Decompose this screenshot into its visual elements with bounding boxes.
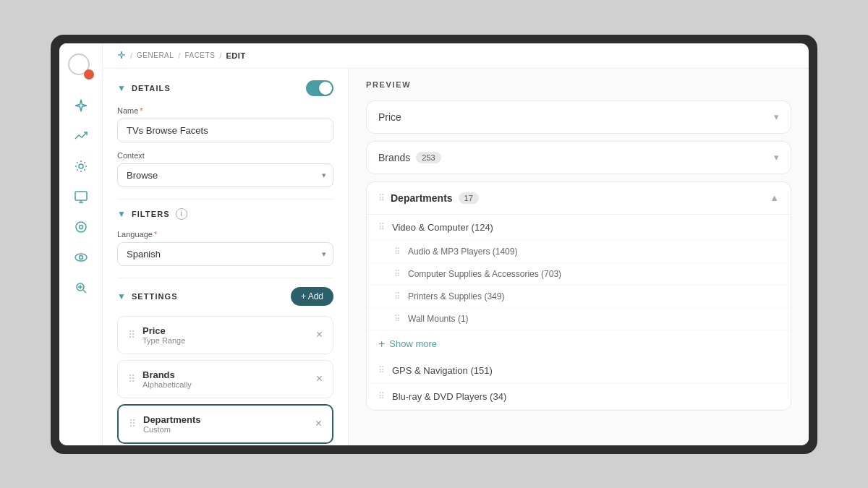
preview-brands-chevron-icon: ▾ bbox=[774, 152, 779, 163]
facet-info-departments: Departments Custom bbox=[143, 414, 308, 434]
drag-handle-depts-icon: ⠿ bbox=[129, 418, 136, 429]
compass-icon[interactable] bbox=[68, 214, 94, 240]
chart-icon[interactable] bbox=[68, 123, 94, 149]
dept-item-2: ⠿ Computer Supplies & Accessories (703) bbox=[367, 263, 791, 286]
breadcrumb-sep-3: / bbox=[219, 51, 221, 60]
settings-section: ▼ SETTINGS + Add ⠿ Price Type Range × bbox=[117, 287, 333, 444]
facet-type-departments: Custom bbox=[143, 425, 308, 434]
filters-section: ▼ FILTERS i Language * Spanish bbox=[117, 208, 333, 266]
show-more-plus-icon: + bbox=[378, 338, 385, 351]
dept-item-5: ⠿ GPS & Navigation (151) bbox=[367, 358, 791, 384]
svg-point-6 bbox=[75, 254, 87, 261]
filters-chevron-icon[interactable]: ▼ bbox=[117, 209, 126, 219]
breadcrumb-general[interactable]: GENERAL bbox=[137, 51, 174, 59]
dept-item-6: ⠿ Blu-ray & DVD Players (34) bbox=[367, 384, 791, 410]
svg-point-7 bbox=[79, 255, 82, 259]
details-section: ▼ DETAILS Name * bbox=[117, 80, 333, 187]
drag-handle-brands-icon: ⠿ bbox=[128, 373, 135, 385]
add-button[interactable]: + Add bbox=[291, 287, 333, 306]
settings-chevron-icon[interactable]: ▼ bbox=[117, 291, 126, 301]
eye-icon[interactable] bbox=[68, 244, 94, 270]
divider-1 bbox=[117, 199, 333, 200]
preview-facet-price[interactable]: Price ▾ bbox=[366, 100, 791, 134]
sidebar bbox=[59, 43, 103, 445]
dept-item-drag-5: ⠿ bbox=[378, 365, 385, 375]
show-more-label: Show more bbox=[389, 338, 437, 349]
dept-item-label-1: Audio & MP3 Players (1409) bbox=[408, 247, 517, 257]
search-doc-icon[interactable] bbox=[68, 275, 94, 301]
dept-item-drag-6: ⠿ bbox=[378, 391, 385, 401]
dept-item-drag-1: ⠿ bbox=[394, 247, 401, 257]
facet-type-price: Type Range bbox=[142, 336, 309, 345]
facet-card-price[interactable]: ⠿ Price Type Range × bbox=[117, 316, 333, 354]
dept-item-label-3: Printers & Supplies (349) bbox=[408, 291, 504, 301]
display-icon[interactable] bbox=[68, 184, 94, 210]
departments-count: 17 bbox=[459, 192, 479, 204]
dept-item-3: ⠿ Printers & Supplies (349) bbox=[367, 286, 791, 308]
departments-panel: ⠿ Departments 17 ▲ ⠿ Video & Computer (1… bbox=[366, 181, 791, 411]
filters-info-icon[interactable]: i bbox=[176, 208, 187, 220]
context-field-group: Context Browse Search Category ▾ bbox=[117, 151, 333, 187]
dept-item-4: ⠿ Wall Mounts (1) bbox=[367, 308, 791, 330]
language-select-wrapper: Spanish English French German ▾ bbox=[117, 242, 333, 266]
dept-drag-icon: ⠿ bbox=[378, 193, 385, 203]
departments-chevron-up-icon[interactable]: ▲ bbox=[770, 192, 779, 203]
preview-brands-badge: 253 bbox=[416, 152, 441, 163]
gear-icon[interactable] bbox=[68, 153, 94, 179]
facet-remove-price[interactable]: × bbox=[316, 329, 323, 341]
main-content: / GENERAL / FACETS / EDIT ▼ DETAILS bbox=[103, 43, 809, 445]
language-select[interactable]: Spanish English French German bbox=[117, 242, 333, 266]
facet-type-brands: Alphabetically bbox=[142, 380, 309, 389]
facet-name-brands: Brands bbox=[142, 369, 309, 380]
content-area: ▼ DETAILS Name * bbox=[103, 69, 809, 445]
departments-header-left: ⠿ Departments 17 bbox=[378, 192, 479, 204]
name-field-group: Name * bbox=[117, 106, 333, 151]
facet-info-price: Price Type Range bbox=[142, 325, 309, 345]
breadcrumb-current: EDIT bbox=[226, 51, 245, 60]
dept-item-drag-4: ⠿ bbox=[394, 314, 401, 324]
facet-remove-brands[interactable]: × bbox=[316, 373, 323, 385]
facet-card-departments[interactable]: ⠿ Departments Custom × bbox=[117, 404, 333, 444]
show-more-btn[interactable]: + Show more bbox=[367, 330, 791, 358]
dept-item-1: ⠿ Audio & MP3 Players (1409) bbox=[367, 241, 791, 263]
dept-item-label-2: Computer Supplies & Accessories (703) bbox=[408, 269, 561, 279]
settings-header: ▼ SETTINGS + Add bbox=[117, 287, 333, 306]
filters-title: FILTERS bbox=[132, 210, 170, 218]
svg-point-0 bbox=[79, 164, 83, 168]
sparkle-icon[interactable] bbox=[68, 93, 94, 119]
dept-item-0: ⠿ Video & Computer (124) bbox=[367, 215, 791, 241]
dept-item-drag-0: ⠿ bbox=[378, 222, 385, 232]
settings-title: SETTINGS bbox=[132, 292, 178, 301]
dept-item-label-5: GPS & Navigation (151) bbox=[392, 365, 493, 376]
preview-facet-brands[interactable]: Brands 253 ▾ bbox=[366, 141, 791, 174]
breadcrumb-icon bbox=[117, 51, 126, 61]
right-panel: PREVIEW Price ▾ Brands 253 bbox=[349, 69, 809, 445]
dept-item-label-0: Video & Computer (124) bbox=[392, 222, 493, 233]
svg-point-5 bbox=[79, 225, 82, 228]
details-toggle[interactable] bbox=[306, 80, 333, 96]
departments-title: Departments bbox=[391, 192, 453, 204]
dept-item-drag-3: ⠿ bbox=[394, 291, 401, 301]
preview-price-chevron-icon: ▾ bbox=[774, 111, 779, 122]
svg-line-9 bbox=[83, 290, 86, 293]
context-select[interactable]: Browse Search Category bbox=[117, 163, 333, 187]
departments-header[interactable]: ⠿ Departments 17 ▲ bbox=[367, 182, 791, 215]
details-header: ▼ DETAILS bbox=[117, 80, 333, 96]
dept-item-drag-2: ⠿ bbox=[394, 269, 401, 279]
facet-remove-departments[interactable]: × bbox=[315, 418, 322, 429]
language-label: Language * bbox=[117, 230, 333, 239]
facet-name-departments: Departments bbox=[143, 414, 308, 425]
facet-card-brands[interactable]: ⠿ Brands Alphabetically × bbox=[117, 360, 333, 398]
name-input[interactable] bbox=[117, 119, 333, 142]
left-panel: ▼ DETAILS Name * bbox=[103, 69, 349, 445]
preview-facet-brands-label: Brands bbox=[378, 152, 410, 163]
svg-rect-1 bbox=[75, 192, 87, 200]
details-chevron-icon[interactable]: ▼ bbox=[117, 83, 126, 93]
preview-title: PREVIEW bbox=[366, 80, 791, 89]
details-title: DETAILS bbox=[132, 84, 171, 93]
toggle-knob bbox=[319, 82, 332, 95]
divider-2 bbox=[117, 278, 333, 278]
breadcrumb-facets[interactable]: FACETS bbox=[184, 51, 215, 59]
context-select-wrapper: Browse Search Category ▾ bbox=[117, 163, 333, 187]
dept-item-label-4: Wall Mounts (1) bbox=[408, 314, 469, 324]
